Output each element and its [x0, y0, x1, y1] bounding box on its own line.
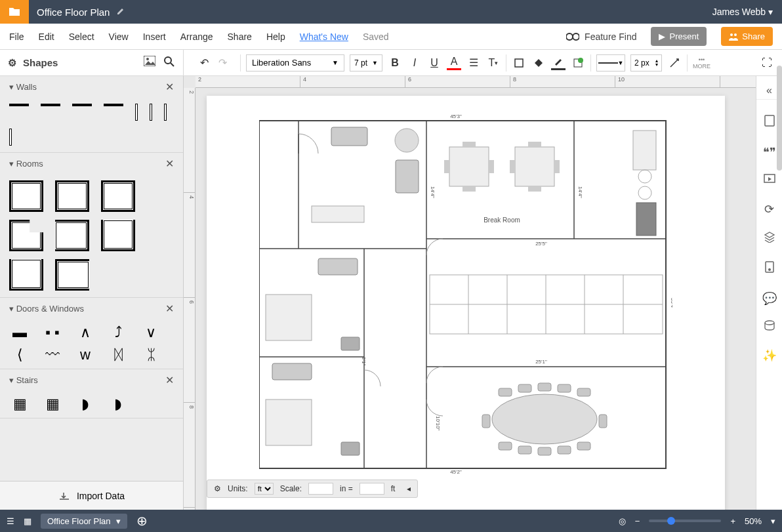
edit-title-icon[interactable]: [116, 7, 125, 18]
presentation-icon[interactable]: [764, 174, 775, 188]
menu-edit[interactable]: Edit: [39, 31, 54, 42]
master-pages-icon[interactable]: [764, 260, 775, 277]
stair-shape[interactable]: ▦: [42, 397, 63, 411]
grid-view-icon[interactable]: ▦: [24, 516, 31, 526]
rooms-category-header[interactable]: ▾ Rooms✕: [0, 153, 183, 174]
room-shape[interactable]: [9, 220, 43, 251]
menu-share[interactable]: Share: [228, 31, 252, 42]
stair-shape[interactable]: ◗: [75, 397, 96, 411]
page-selector[interactable]: Office Floor Plan ▾: [41, 514, 127, 529]
door-shape[interactable]: 〰: [42, 348, 63, 362]
share-button[interactable]: Share: [721, 27, 773, 46]
wall-shape[interactable]: [135, 104, 138, 121]
units-select[interactable]: ft: [255, 483, 274, 495]
present-button[interactable]: ▶ Present: [651, 27, 707, 46]
import-data-button[interactable]: Import Data: [0, 481, 183, 510]
chat-icon[interactable]: 💬: [762, 291, 777, 306]
room-shape[interactable]: [55, 180, 89, 212]
line-style-select[interactable]: ▼: [596, 54, 625, 72]
undo-icon[interactable]: ↶: [197, 56, 211, 70]
history-icon[interactable]: ⟳: [764, 202, 774, 216]
wall-shape[interactable]: [9, 129, 12, 146]
close-icon[interactable]: ✕: [165, 302, 174, 315]
border-color-icon[interactable]: [551, 56, 566, 70]
stair-shape[interactable]: ◗: [108, 397, 129, 411]
text-options-icon[interactable]: T▾: [486, 56, 501, 70]
wall-shape[interactable]: [150, 104, 152, 121]
gear-icon[interactable]: ⚙: [214, 484, 221, 493]
italic-icon[interactable]: I: [407, 56, 422, 70]
door-shape[interactable]: ⤴: [108, 325, 129, 340]
page[interactable]: 45'3" 45'2": [207, 96, 725, 510]
canvas[interactable]: 246810 2468 45'3" 45'2": [184, 76, 756, 510]
menu-select[interactable]: Select: [69, 31, 94, 42]
scale-input-2[interactable]: [360, 483, 384, 495]
door-shape[interactable]: ᛞ: [108, 348, 129, 362]
user-menu[interactable]: James Webb ▾: [703, 7, 782, 17]
door-shape[interactable]: ▬: [9, 325, 30, 340]
door-shape[interactable]: ⟨: [9, 348, 30, 362]
room-shape[interactable]: [9, 259, 43, 291]
room-shape[interactable]: [101, 180, 135, 212]
menu-arrange[interactable]: Arrange: [180, 31, 213, 42]
more-button[interactable]: •••MORE: [693, 56, 710, 70]
image-icon[interactable]: [144, 56, 155, 70]
wall-shape[interactable]: [41, 104, 60, 106]
gear-icon[interactable]: ⚙: [8, 57, 16, 69]
stair-shape[interactable]: ▦: [9, 397, 30, 411]
wall-shape[interactable]: [9, 104, 29, 106]
add-page-icon[interactable]: ⊕: [136, 513, 148, 529]
doors-category-header[interactable]: ▾ Doors & Windows✕: [0, 298, 183, 319]
scale-input-1[interactable]: [308, 483, 333, 495]
wall-shape[interactable]: [72, 104, 92, 106]
redo-icon[interactable]: ↷: [215, 56, 230, 70]
fullscreen-icon[interactable]: ⛶: [760, 56, 774, 70]
layers-icon[interactable]: [764, 231, 775, 246]
floorplan-diagram[interactable]: 45'3" 45'2": [259, 114, 672, 475]
wall-shape[interactable]: [164, 104, 167, 121]
room-shape[interactable]: [55, 220, 89, 251]
stairs-category-header[interactable]: ▾ Stairs✕: [0, 369, 183, 390]
close-icon[interactable]: ✕: [165, 81, 174, 93]
close-icon[interactable]: ✕: [165, 157, 174, 170]
walls-category-header[interactable]: ▾ Walls✕: [0, 76, 183, 97]
door-shape[interactable]: ∨: [140, 325, 161, 340]
menu-insert[interactable]: Insert: [143, 31, 166, 42]
menu-help[interactable]: Help: [266, 31, 285, 42]
feature-find[interactable]: Feature Find: [566, 31, 636, 42]
bold-icon[interactable]: B: [388, 56, 402, 70]
collapse-icon[interactable]: ◂: [407, 484, 411, 493]
shape-outline-icon[interactable]: [512, 56, 526, 70]
text-color-icon[interactable]: A: [447, 56, 461, 70]
search-icon[interactable]: [163, 56, 175, 70]
folder-button[interactable]: [0, 0, 29, 24]
room-shape[interactable]: [9, 180, 43, 212]
room-shape[interactable]: [55, 259, 89, 291]
door-shape[interactable]: ᛯ: [140, 348, 161, 362]
size-select[interactable]: 7 pt▼: [350, 54, 382, 72]
magic-icon[interactable]: ✨: [762, 348, 777, 363]
font-select[interactable]: Liberation Sans▼: [246, 54, 344, 72]
list-view-icon[interactable]: ☰: [7, 516, 14, 526]
menu-file[interactable]: File: [9, 31, 24, 42]
comments-icon[interactable]: ❝❞: [763, 145, 776, 159]
menu-view[interactable]: View: [109, 31, 129, 42]
underline-icon[interactable]: U: [427, 56, 442, 70]
zoom-out-icon[interactable]: −: [635, 516, 640, 526]
door-shape[interactable]: ∧: [75, 325, 96, 340]
room-shape[interactable]: [101, 220, 135, 251]
close-icon[interactable]: ✕: [165, 374, 174, 386]
fill-icon[interactable]: [531, 56, 546, 70]
page-settings-icon[interactable]: [764, 114, 775, 131]
align-icon[interactable]: ☰: [466, 56, 481, 70]
zoom-in-icon[interactable]: +: [730, 516, 735, 526]
door-shape[interactable]: w: [75, 348, 96, 362]
shape-options-icon[interactable]: [571, 56, 585, 70]
line-options-icon[interactable]: [667, 56, 682, 70]
line-width-select[interactable]: 2 px▴▾: [630, 54, 662, 72]
zoom-slider[interactable]: [649, 520, 721, 522]
zoom-level[interactable]: 50%: [745, 516, 762, 526]
data-icon[interactable]: [764, 320, 775, 334]
door-shape[interactable]: ▪ ▪: [42, 325, 63, 340]
wall-shape[interactable]: [104, 104, 123, 106]
